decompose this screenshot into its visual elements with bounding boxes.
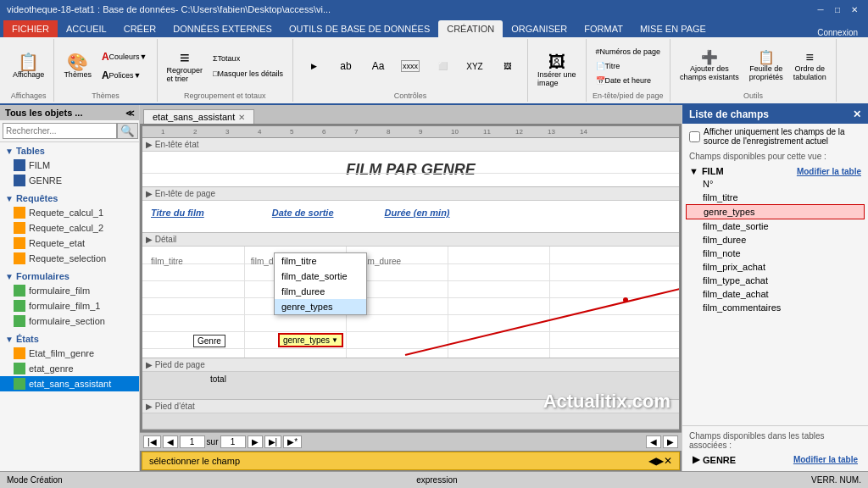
tree-field-film-prix-achat[interactable]: film_prix_achat [686, 260, 865, 274]
ribbon-btn-ordre-tab[interactable]: ≡ Ordre detabulation [789, 48, 831, 84]
section-header-footer: ▶ Pied de page [142, 358, 679, 372]
tab-donnees-externes[interactable]: DONNÉES EXTERNES [164, 20, 281, 37]
ribbon-btn-affichage[interactable]: 📋 Affichage [8, 51, 48, 81]
nav-item-etat-sans-assistant[interactable]: etat_sans_assistant [0, 376, 139, 391]
connexion-label[interactable]: Connexion [817, 28, 865, 37]
tab-outils-bdd[interactable]: OUTILS DE BASE DE DONNÉES [281, 20, 438, 37]
genre-types-dropdown-icon[interactable]: ▼ [331, 336, 338, 344]
ribbon-btn-xxxx[interactable]: xxxx [395, 58, 426, 75]
associated-section: Champs disponibles dans les tables assoc… [682, 425, 868, 471]
nav-item-formulaire-section[interactable]: formulaire_section [0, 313, 139, 329]
genre-types-control[interactable]: genre_types ▼ [278, 333, 343, 347]
nav-scroll-right[interactable]: ▶ [663, 435, 678, 448]
design-area[interactable]: 1 2 3 4 5 6 7 8 9 10 11 12 13 14 ▶ En-tê… [142, 125, 680, 430]
ribbon-btn-select[interactable]: ▶ [298, 59, 329, 73]
nav-item-requete-calcul-2[interactable]: Requete_calcul_2 [0, 220, 139, 236]
tree-field-film-titre[interactable]: film_titre [686, 191, 865, 204]
field-selector-prev[interactable]: ◀ [648, 455, 656, 467]
ribbon-btn-themes[interactable]: 🎨 Thèmes [59, 51, 96, 81]
formulaires-section-header[interactable]: ▼ Formulaires [0, 269, 139, 283]
search-input[interactable] [3, 123, 117, 139]
right-panel-close-icon[interactable]: ✕ [853, 108, 861, 120]
nav-item-formulaire-film[interactable]: formulaire_film [0, 283, 139, 298]
ribbon-btn-regrouper[interactable]: ≡ Regrouperet trier [163, 47, 208, 86]
modify-table-link[interactable]: Modifier la table [797, 167, 861, 176]
ribbon-btn-masquer[interactable]: □ Masquer les détails [209, 67, 287, 80]
nav-first-button[interactable]: |◀ [143, 435, 161, 448]
nav-prev-button[interactable]: ◀ [163, 435, 178, 448]
date-heure-label: Date et heure [605, 76, 652, 85]
themes-sub-buttons: A Couleurs▼ A Polices▼ [97, 48, 152, 84]
ribbon-btn-ajouter-champs[interactable]: ➕ Ajouter deschamps existants [676, 48, 743, 84]
minimize-button[interactable]: ─ [814, 3, 827, 16]
tree-field-film-note[interactable]: film_note [686, 247, 865, 260]
tree-field-film-date-achat[interactable]: film_date_achat [686, 287, 865, 301]
doc-tab-etat-sans-assistant[interactable]: etat_sans_assistant ✕ [143, 109, 254, 124]
dropdown-film-duree[interactable]: film_duree [275, 284, 366, 299]
ribbon-btn-xyz[interactable]: XYZ [459, 59, 490, 74]
dropdown-genre-types[interactable]: genre_types [275, 299, 366, 314]
field-option-checkbox[interactable] [689, 131, 700, 142]
maximize-button[interactable]: □ [831, 3, 844, 16]
modify-associated-link[interactable]: Modifier la table [793, 455, 858, 464]
tree-field-film-type-achat[interactable]: film_type_achat [686, 274, 865, 287]
ribbon-btn-img[interactable]: 🖼 [492, 59, 522, 73]
nav-item-formulaire-film-1[interactable]: formulaire_film_1 [0, 298, 139, 313]
nav-item-etat-genre[interactable]: etat_genre [0, 361, 139, 376]
tab-format[interactable]: FORMAT [576, 20, 632, 37]
ribbon-btn-couleurs[interactable]: A Couleurs▼ [97, 48, 152, 65]
tree-field-genre-types[interactable]: genre_types [686, 204, 865, 219]
close-button[interactable]: ✕ [848, 3, 861, 16]
right-panel: Liste de champs ✕ Afficher uniquement le… [682, 105, 868, 471]
tab-mise-en-page[interactable]: MISE EN PAGE [632, 20, 715, 37]
left-panel-collapse-icon[interactable]: ≪ [125, 108, 134, 118]
ribbon-btn-aa[interactable]: Aa [363, 58, 393, 75]
detail-film-duree[interactable]: film_duree [361, 257, 401, 266]
record-number[interactable]: 1 [180, 435, 205, 448]
nav-item-requete-calcul-1[interactable]: Requete_calcul_1 [0, 205, 139, 220]
nav-last-button[interactable]: ▶| [264, 435, 282, 448]
field-selector-next[interactable]: ▶ [656, 455, 664, 467]
genre-control[interactable]: Genre [193, 335, 225, 347]
ribbon-btn-inserer-image[interactable]: 🖼 Insérer uneimage [533, 51, 581, 90]
ribbon-btn-date-heure[interactable]: 📅 Date et heure [592, 74, 665, 87]
ribbon-btn-ab[interactable]: ab [331, 58, 361, 75]
nav-item-genre[interactable]: GENRE [0, 173, 139, 188]
nav-next-button[interactable]: ▶ [248, 435, 263, 448]
dropdown-film-titre[interactable]: film_titre [275, 253, 366, 269]
search-button[interactable]: 🔍 [117, 123, 138, 139]
close-tab-icon[interactable]: ✕ [238, 113, 245, 122]
tree-genre-header[interactable]: ▶ GENRE Modifier la table [689, 453, 861, 466]
tree-field-n[interactable]: N° [686, 177, 865, 191]
nav-new-button[interactable]: ▶* [283, 435, 302, 448]
detail-section[interactable]: film_titre film_date_sortie film_duree G… [142, 247, 679, 358]
tab-organiser[interactable]: ORGANISER [503, 20, 576, 37]
ribbon-btn-numeros-page[interactable]: # Numéros de page [592, 45, 665, 58]
tab-fichier[interactable]: FICHIER [3, 20, 58, 37]
tab-accueil[interactable]: ACCUEIL [58, 20, 115, 37]
etats-section-header[interactable]: ▼ États [0, 332, 139, 346]
tab-creer[interactable]: CRÉER [115, 20, 165, 37]
tree-field-film-duree[interactable]: film_duree [686, 233, 865, 247]
ribbon-btn-feuille-prop[interactable]: 📋 Feuille depropriétés [745, 48, 787, 84]
ribbon-btn-square[interactable]: ⬜ [427, 59, 458, 73]
nav-item-film[interactable]: FILM [0, 158, 139, 173]
nav-item-requete-etat[interactable]: Requete_etat [0, 236, 139, 251]
nav-scroll-left[interactable]: ◀ [646, 435, 661, 448]
tree-field-film-commentaires[interactable]: film_commentaires [686, 301, 865, 314]
ribbon-btn-titre[interactable]: 📄 Titre [592, 59, 665, 73]
detail-film-titre[interactable]: film_titre [151, 257, 183, 266]
ribbon-btn-polices[interactable]: A Polices▼ [97, 67, 152, 84]
ribbon-btn-totaux[interactable]: Σ Totaux [209, 52, 287, 65]
tab-creation[interactable]: CRÉATION [438, 20, 503, 37]
nav-item-etat-film-genre[interactable]: Etat_film_genre [0, 346, 139, 361]
tree-field-film-date-sortie[interactable]: film_date_sortie [686, 219, 865, 233]
dropdown-film-date-sortie[interactable]: film_date_sortie [275, 269, 366, 284]
tree-film-header[interactable]: ▼ FILM Modifier la table [686, 165, 865, 177]
requete-calcul-1-icon [14, 207, 25, 219]
requetes-section-header[interactable]: ▼ Requêtes [0, 191, 139, 205]
masquer-label: Masquer les détails [217, 69, 283, 78]
field-selector-close[interactable]: ✕ [664, 455, 672, 467]
tables-section-header[interactable]: ▼ Tables [0, 144, 139, 158]
nav-item-requete-selection[interactable]: Requete_selection [0, 251, 139, 266]
